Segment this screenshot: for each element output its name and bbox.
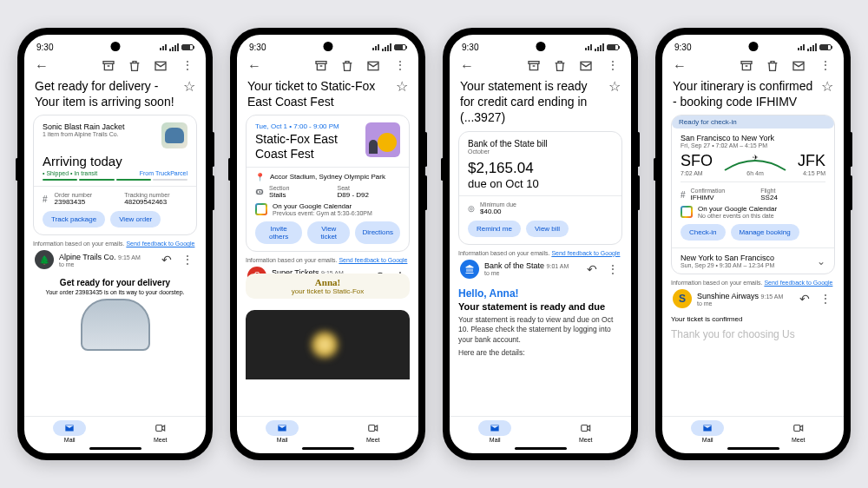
reply-icon[interactable]: ↶: [797, 292, 812, 306]
gesture-bar[interactable]: [89, 447, 141, 450]
bill-month: October: [468, 148, 613, 155]
product-image: [161, 122, 187, 148]
svg-rect-9: [741, 62, 752, 64]
order-label: Order number: [55, 192, 118, 198]
message-more-icon[interactable]: ⋮: [605, 263, 621, 275]
from-code: SFO: [681, 152, 713, 170]
more-icon[interactable]: ⋮: [392, 59, 408, 73]
delete-icon[interactable]: [766, 59, 779, 73]
star-icon[interactable]: ☆: [396, 78, 408, 95]
seat-icon: 🎟: [255, 187, 264, 196]
sender-avatar: S: [673, 289, 692, 308]
tracking-number: 48209542463: [124, 198, 187, 206]
leg2-row[interactable]: New York to San Francisco Sun, Sep 29 • …: [672, 247, 834, 274]
sender-name: Alpine Trails Co.: [59, 253, 116, 261]
archive-icon[interactable]: [740, 59, 753, 73]
back-icon[interactable]: ←: [247, 59, 261, 73]
email-subject: Your ticket to Static-Fox East Coast Fes…: [247, 78, 391, 109]
sender-row[interactable]: S Sunshine Airways 9:15 AM to me ↶ ⋮: [671, 286, 835, 312]
flight-num: SS24: [760, 194, 825, 201]
calendar-icon: [681, 206, 693, 218]
svg-rect-3: [316, 62, 326, 64]
back-icon[interactable]: ←: [35, 59, 49, 73]
star-icon[interactable]: ☆: [821, 78, 833, 95]
feedback-link[interactable]: Send feedback to Google: [339, 257, 407, 263]
invite-button[interactable]: Invite others: [255, 221, 302, 244]
svg-rect-8: [582, 425, 588, 432]
svg-rect-6: [529, 62, 539, 64]
min-due: $40.00: [480, 208, 516, 215]
mail-icon[interactable]: [154, 59, 168, 73]
seat-value: D89 - D92: [338, 191, 401, 199]
star-icon[interactable]: ☆: [608, 78, 621, 95]
more-icon[interactable]: ⋮: [605, 59, 621, 73]
mail-tab[interactable]: Mail: [662, 420, 753, 443]
wifi-icon: [160, 44, 167, 50]
view-bill-button[interactable]: View bill: [526, 221, 569, 237]
mail-icon[interactable]: [792, 59, 806, 73]
checkin-banner: Ready for check-in: [672, 115, 834, 129]
mail-icon[interactable]: [579, 59, 593, 73]
mail-tab[interactable]: Mail: [450, 420, 541, 443]
hash-icon: #: [43, 195, 48, 204]
remind-button[interactable]: Remind me: [468, 221, 521, 237]
star-icon[interactable]: ☆: [183, 78, 195, 95]
hash-icon: #: [681, 190, 686, 200]
cal-sub: Previous event: Gym at 5:30-6:30PM: [273, 210, 372, 216]
meet-tab[interactable]: Meet: [328, 420, 419, 443]
more-icon[interactable]: ⋮: [818, 59, 833, 73]
reply-icon[interactable]: ↶: [584, 262, 600, 276]
archive-icon[interactable]: [527, 59, 541, 73]
thanks-text: Thank you for choosing Us: [671, 328, 835, 340]
reply-icon[interactable]: ↶: [159, 253, 174, 267]
signal-icon: [169, 43, 179, 51]
view-order-button[interactable]: View order: [110, 211, 161, 228]
sender-avatar: 🌲: [35, 250, 54, 269]
email-subject: Your itinerary is confirmed - booking co…: [673, 78, 816, 109]
feedback-link[interactable]: Send feedback to Google: [126, 241, 194, 247]
message-more-icon[interactable]: ⋮: [180, 254, 195, 266]
archive-icon[interactable]: [102, 59, 115, 73]
delivery-card: Sonic Blast Rain Jacket 1 item from Alpi…: [33, 115, 197, 235]
body-text2: Here are the details:: [458, 348, 622, 358]
delete-icon[interactable]: [128, 59, 141, 73]
phone-2: 9:30 ← ⋮ Your ticket to Static-Fox East …: [230, 28, 425, 460]
track-package-button[interactable]: Track package: [43, 211, 105, 228]
feedback-line: Information based on your emails. Send f…: [33, 241, 197, 247]
meet-tab[interactable]: Meet: [541, 420, 632, 443]
meet-tab[interactable]: Meet: [753, 420, 845, 443]
camera-cutout: [110, 42, 120, 51]
back-icon[interactable]: ←: [460, 59, 474, 73]
ticket-header: Anna!your ticket to Static-Fox: [246, 274, 410, 299]
archive-icon[interactable]: [314, 59, 328, 73]
delete-icon[interactable]: [340, 59, 354, 73]
leg1-date: Fri, Sep 27 • 7:02 AM – 4:15 PM: [681, 142, 825, 148]
phone-3: 9:30 ← ⋮ Your statement is ready for cre…: [443, 28, 638, 460]
recipient: to me: [59, 261, 154, 267]
view-ticket-button[interactable]: View ticket: [307, 221, 350, 244]
min-icon: ◎: [468, 204, 475, 213]
leg2-title: New York to San Francisco: [681, 254, 774, 262]
meet-tab[interactable]: Meet: [115, 420, 207, 443]
svg-rect-0: [103, 62, 114, 64]
manage-booking-button[interactable]: Manage booking: [731, 224, 799, 241]
battery-icon: [181, 44, 194, 50]
feedback-link[interactable]: Send feedback to Google: [551, 250, 620, 256]
message-more-icon[interactable]: ⋮: [818, 293, 833, 305]
more-icon[interactable]: ⋮: [180, 59, 195, 73]
feedback-link[interactable]: Send feedback to Google: [764, 280, 832, 286]
directions-button[interactable]: Directions: [355, 221, 400, 244]
body-text: Your order 23983435 is on its way to you…: [33, 289, 197, 295]
mail-tab[interactable]: Mail: [24, 420, 115, 443]
email-subject: Your statement is ready for credit card …: [460, 78, 603, 126]
delete-icon[interactable]: [553, 59, 567, 73]
mail-tab[interactable]: Mail: [237, 420, 328, 443]
mail-icon[interactable]: [366, 59, 380, 73]
checkin-button[interactable]: Check-in: [681, 224, 726, 241]
section-value: Stalls: [269, 191, 332, 199]
sender-row[interactable]: 🌲 Alpine Trails Co. 9:15 AM to me ↶ ⋮: [33, 247, 197, 273]
sender-time: 9:15 AM: [118, 254, 141, 260]
back-icon[interactable]: ←: [673, 59, 687, 73]
sender-row[interactable]: Bank of the State 9:01 AM to me ↶ ⋮: [458, 256, 622, 282]
itinerary-card: Ready for check-in San Francisco to New …: [671, 115, 835, 274]
